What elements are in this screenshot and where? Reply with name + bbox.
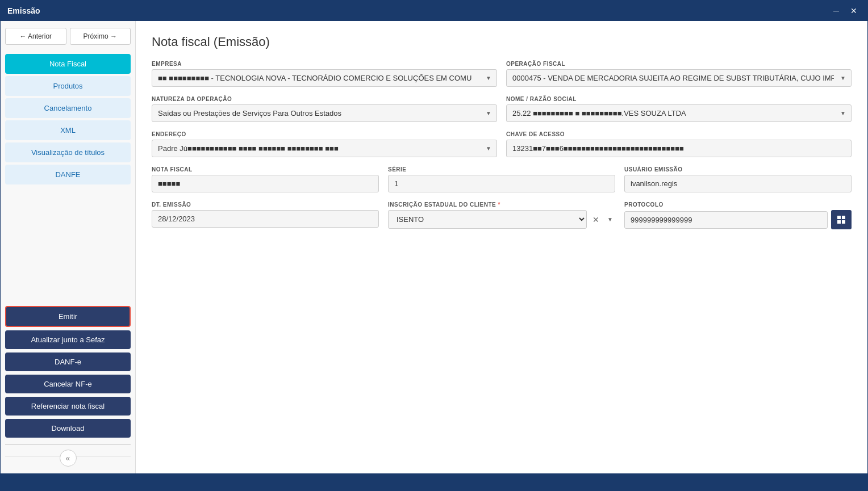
sidebar-nav: Nota Fiscal Produtos Cancelamento XML Vi… — [5, 54, 131, 184]
form-row-3: ENDEREÇO Padre Jú■■■■■■■■■■■ ■■■■ ■■■■■■… — [152, 131, 852, 157]
inscricao-estadual-label: INSCRIÇÃO ESTADUAL DO CLIENTE * — [388, 202, 615, 208]
serie-group: SÉRIE — [388, 166, 615, 192]
operacao-fiscal-select-wrapper: 0000475 - VENDA DE MERCADORIA SUJEITA AO… — [506, 69, 852, 87]
chave-acesso-group: CHAVE DE ACESSO — [506, 131, 852, 157]
bottom-bar — [1, 473, 867, 490]
sidebar-item-danfe[interactable]: DANFE — [5, 165, 131, 184]
nome-razao-label: NOME / RAZÃO SOCIAL — [506, 96, 852, 102]
usuario-emissao-input[interactable] — [624, 175, 852, 192]
natureza-operacao-select-wrapper: Saídas ou Prestações de Serviços Para Ou… — [152, 104, 497, 122]
sidebar-item-cancelamento[interactable]: Cancelamento — [5, 98, 131, 118]
referenciar-button[interactable]: Referenciar nota fiscal — [5, 397, 131, 416]
dt-emissao-input[interactable] — [152, 210, 379, 228]
protocolo-action-button[interactable] — [831, 210, 852, 229]
inscricao-row: ISENTO ✕ ▼ — [388, 210, 615, 229]
svg-rect-1 — [842, 216, 845, 219]
svg-rect-0 — [837, 216, 841, 219]
protocolo-group: PROTOCOLO — [624, 202, 852, 229]
endereco-select-wrapper: Padre Jú■■■■■■■■■■■ ■■■■ ■■■■■■ ■■■■■■■■… — [152, 140, 497, 157]
protocolo-row — [624, 210, 852, 229]
protocolo-label: PROTOCOLO — [624, 202, 852, 208]
window-title: Emissão — [7, 6, 40, 15]
chave-acesso-input[interactable] — [506, 140, 852, 157]
window-controls: ─ ✕ — [830, 5, 861, 16]
sidebar-actions: Emitir Atualizar junto a Sefaz DANF-e Ca… — [5, 306, 131, 438]
empresa-select-wrapper: ■■ ■■■■■■■■■ - TECNOLOGIA NOVA - TECNORÁ… — [152, 69, 497, 87]
nota-fiscal-group: NOTA FISCAL — [152, 166, 379, 192]
usuario-emissao-group: USUÁRIO EMISSÃO — [624, 166, 852, 192]
operacao-fiscal-group: OPERAÇÃO FISCAL 0000475 - VENDA DE MERCA… — [506, 61, 852, 87]
nota-fiscal-input[interactable] — [152, 175, 379, 192]
serie-label: SÉRIE — [388, 166, 615, 173]
endereco-group: ENDEREÇO Padre Jú■■■■■■■■■■■ ■■■■ ■■■■■■… — [152, 131, 497, 157]
natureza-operacao-label: NATUREZA DA OPERAÇÃO — [152, 96, 497, 102]
inscricao-arrow-button[interactable]: ▼ — [605, 214, 615, 225]
svg-rect-3 — [842, 220, 845, 224]
sidebar: ← Anterior Próximo → Nota Fiscal Produto… — [1, 21, 136, 473]
form-row-2: NATUREZA DA OPERAÇÃO Saídas ou Prestaçõe… — [152, 96, 852, 122]
operacao-fiscal-select[interactable]: 0000475 - VENDA DE MERCADORIA SUJEITA AO… — [506, 69, 852, 87]
collapse-section: « — [5, 444, 131, 467]
chave-acesso-label: CHAVE DE ACESSO — [506, 131, 852, 137]
form-row-5: DT. EMISSÃO INSCRIÇÃO ESTADUAL DO CLIENT… — [152, 202, 852, 229]
dt-emissao-label: DT. EMISSÃO — [152, 202, 379, 208]
main-content: Nota fiscal (Emissão) EMPRESA ■■ ■■■■■■■… — [136, 21, 867, 473]
nav-controls: ← Anterior Próximo → — [5, 28, 131, 45]
dt-emissao-group: DT. EMISSÃO — [152, 202, 379, 229]
nome-razao-group: NOME / RAZÃO SOCIAL 25.22 ■■■■■■■■■ ■ ■■… — [506, 96, 852, 122]
endereco-select[interactable]: Padre Jú■■■■■■■■■■■ ■■■■ ■■■■■■ ■■■■■■■■… — [152, 140, 497, 157]
serie-input[interactable] — [388, 175, 615, 192]
empresa-label: EMPRESA — [152, 61, 497, 67]
atualizar-sefaz-button[interactable]: Atualizar junto a Sefaz — [5, 330, 131, 349]
inscricao-estadual-group: INSCRIÇÃO ESTADUAL DO CLIENTE * ISENTO ✕… — [388, 202, 615, 229]
title-bar: Emissão ─ ✕ — [1, 1, 867, 21]
prev-button[interactable]: ← Anterior — [5, 28, 66, 45]
form-row-1: EMPRESA ■■ ■■■■■■■■■ - TECNOLOGIA NOVA -… — [152, 61, 852, 87]
operacao-fiscal-label: OPERAÇÃO FISCAL — [506, 61, 852, 67]
empresa-select[interactable]: ■■ ■■■■■■■■■ - TECNOLOGIA NOVA - TECNORÁ… — [152, 69, 497, 87]
sidebar-item-produtos[interactable]: Produtos — [5, 76, 131, 96]
sidebar-item-visualizacao-titulos[interactable]: Visualização de títulos — [5, 142, 131, 162]
protocolo-input[interactable] — [624, 211, 828, 229]
sidebar-item-nota-fiscal[interactable]: Nota Fiscal — [5, 54, 131, 74]
nota-fiscal-label: NOTA FISCAL — [152, 166, 379, 173]
inscricao-select[interactable]: ISENTO — [388, 210, 587, 229]
close-button[interactable]: ✕ — [847, 5, 861, 16]
usuario-emissao-label: USUÁRIO EMISSÃO — [624, 166, 852, 173]
form-section: EMPRESA ■■ ■■■■■■■■■ - TECNOLOGIA NOVA -… — [152, 61, 852, 229]
form-row-4: NOTA FISCAL SÉRIE USUÁRIO EMISSÃO — [152, 166, 852, 192]
page-title: Nota fiscal (Emissão) — [152, 35, 852, 49]
next-button[interactable]: Próximo → — [70, 28, 131, 45]
natureza-operacao-group: NATUREZA DA OPERAÇÃO Saídas ou Prestaçõe… — [152, 96, 497, 122]
nome-razao-select[interactable]: 25.22 ■■■■■■■■■ ■ ■■■■■■■■■.VES SOUZA LT… — [506, 104, 852, 122]
natureza-operacao-select[interactable]: Saídas ou Prestações de Serviços Para Ou… — [152, 104, 497, 122]
inscricao-required-star: * — [498, 202, 500, 208]
sidebar-item-xml[interactable]: XML — [5, 120, 131, 140]
cancelar-nfe-button[interactable]: Cancelar NF-e — [5, 375, 131, 393]
minimize-button[interactable]: ─ — [830, 5, 842, 16]
svg-rect-2 — [837, 220, 841, 224]
collapse-button[interactable]: « — [60, 450, 77, 467]
download-button[interactable]: Download — [5, 419, 131, 438]
emitir-button[interactable]: Emitir — [5, 306, 131, 327]
empresa-group: EMPRESA ■■ ■■■■■■■■■ - TECNOLOGIA NOVA -… — [152, 61, 497, 87]
grid-icon — [837, 215, 846, 224]
endereco-label: ENDEREÇO — [152, 131, 497, 137]
nome-razao-select-wrapper: 25.22 ■■■■■■■■■ ■ ■■■■■■■■■.VES SOUZA LT… — [506, 104, 852, 122]
inscricao-clear-button[interactable]: ✕ — [590, 213, 602, 226]
danfe-button[interactable]: DANF-e — [5, 352, 131, 371]
